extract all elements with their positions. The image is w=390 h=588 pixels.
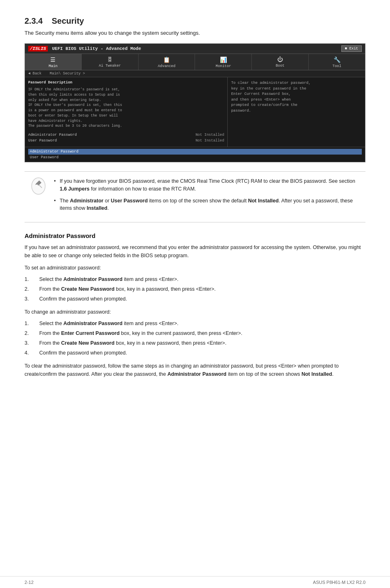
section-intro: The Security menu items allow you to cha…: [25, 30, 365, 36]
change-steps-list: 1. Select the Administrator Password ite…: [25, 319, 365, 357]
bios-navbar: ☰ Main 🎛 Ai Tweaker 📋 Advanced 📊 Monitor…: [25, 54, 365, 70]
section-title: Security: [52, 16, 84, 26]
clear-password-text: To clear the administrator password, fol…: [25, 362, 365, 378]
note-content: If you have forgotten your BIOS password…: [53, 177, 360, 212]
set-step-1: 1. Select the Administrator Password ite…: [25, 275, 365, 283]
page-footer: 2-12 ASUS P8H61-M LX2 R2.0: [0, 576, 390, 588]
bios-left-panel: Password Description IF ONLY the Adminis…: [25, 77, 228, 147]
change-step-1: 1. Select the Administrator Password ite…: [25, 319, 365, 328]
note-bullet-2: The Administrator or User Password items…: [53, 197, 360, 213]
bios-nav-boot[interactable]: ⏻ Boot: [252, 54, 309, 70]
change-step-4: 4. Confirm the password when prompted.: [25, 349, 365, 357]
exit-icon: ■: [345, 47, 347, 51]
section-heading: 2.3.4 Security: [25, 16, 365, 26]
note-pen-icon: [30, 177, 48, 197]
svg-point-0: [31, 178, 45, 194]
bios-nav-advanced[interactable]: 📋 Advanced: [139, 54, 195, 70]
bios-menu-user-password[interactable]: User Password: [28, 155, 362, 160]
admin-password-title: Administrator Password: [25, 232, 365, 239]
bios-bottom-section: Administrator Password User Password: [25, 147, 365, 162]
set-step-2: 2. From the Create New Password box, key…: [25, 285, 365, 293]
change-step-2: 2. From the Enter Current Password box, …: [25, 329, 365, 337]
bios-menu-admin-password[interactable]: Administrator Password: [28, 149, 362, 155]
bios-field-user: User Password Not Installed: [28, 138, 224, 144]
bios-nav-ai-tweaker[interactable]: 🎛 Ai Tweaker: [82, 54, 139, 70]
set-step-3: 3. Confirm the password when prompted.: [25, 295, 365, 303]
bios-breadcrumb: ◄ Back Main\ Security >: [25, 70, 365, 77]
advanced-icon: 📋: [140, 56, 193, 63]
bios-section-title: Password Description: [28, 81, 224, 85]
change-password-title: To change an administrator password:: [25, 308, 365, 316]
bios-exit-button[interactable]: ■ Exit: [341, 45, 362, 52]
bios-description: IF ONLY the Administrator's password is …: [28, 87, 224, 129]
main-icon: ☰: [27, 56, 80, 63]
footer-page-number: 2-12: [25, 580, 34, 585]
bios-content: Password Description IF ONLY the Adminis…: [25, 77, 365, 147]
monitor-icon: 📊: [197, 56, 250, 63]
boot-icon: ⏻: [253, 56, 307, 63]
set-steps-list: 1. Select the Administrator Password ite…: [25, 275, 365, 303]
bios-right-panel: To clear the administrator password, key…: [228, 77, 365, 147]
set-password-title: To set an administrator password:: [25, 264, 365, 272]
note-box: If you have forgotten your BIOS password…: [25, 171, 365, 222]
change-step-3: 3. From the Create New Password box, key…: [25, 339, 365, 347]
bios-field-admin: Administrator Password Not Installed: [28, 132, 224, 138]
admin-password-section: Administrator Password If you have set a…: [25, 232, 365, 378]
note-bullet-1: If you have forgotten your BIOS password…: [53, 177, 360, 193]
bios-nav-monitor[interactable]: 📊 Monitor: [195, 54, 252, 70]
bios-titlebar: /ISLIS UEFI BIOS Utility - Advanced Mode…: [25, 44, 365, 54]
bios-nav-tool[interactable]: 🔧 Tool: [309, 54, 365, 70]
tool-icon: 🔧: [310, 56, 363, 63]
section-number: 2.3.4: [25, 16, 43, 26]
admin-password-intro: If you have set an administrator passwor…: [25, 243, 365, 260]
bios-nav-main[interactable]: ☰ Main: [25, 54, 82, 70]
bios-logo: /ISLIS UEFI BIOS Utility - Advanced Mode: [28, 46, 141, 51]
ai-tweaker-icon: 🎛: [83, 56, 137, 63]
footer-product-name: ASUS P8H61-M LX2 R2.0: [313, 580, 365, 585]
bios-screenshot: /ISLIS UEFI BIOS Utility - Advanced Mode…: [25, 43, 365, 162]
back-arrow-icon[interactable]: ◄ Back: [28, 72, 41, 76]
